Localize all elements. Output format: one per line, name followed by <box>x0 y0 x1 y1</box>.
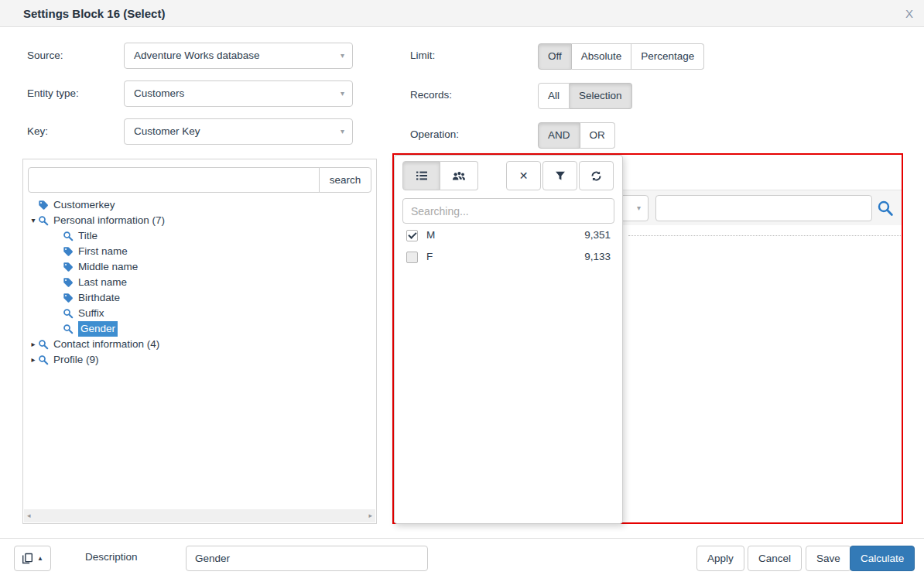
key-dropdown-value: Customer Key <box>134 125 200 137</box>
expander-right-icon[interactable]: ▸ <box>29 337 38 352</box>
field-tree: Customerkey ▾ Personal information (7) T… <box>23 197 376 368</box>
tree-item-customerkey[interactable]: Customerkey <box>23 197 376 213</box>
key-label: Key: <box>27 125 48 137</box>
operation-label: Operation: <box>410 128 459 140</box>
limit-option-percentage[interactable]: Percentage <box>631 43 704 70</box>
tree-item-last-name[interactable]: Last name <box>23 275 376 290</box>
checkbox-unchecked[interactable] <box>406 252 418 263</box>
copy-menu-button[interactable]: ▲ <box>14 546 51 571</box>
operation-option-and[interactable]: AND <box>538 122 580 149</box>
source-dropdown[interactable]: Adventure Works database ▾ <box>124 43 353 69</box>
calculate-button[interactable]: Calculate <box>850 546 915 571</box>
value-label: M <box>426 229 435 241</box>
records-toggle-group: All Selection <box>538 83 632 109</box>
tree-item-label: Personal information (7) <box>53 213 165 228</box>
magnifier-icon <box>63 231 74 241</box>
clear-selection-button[interactable]: ✕ <box>506 161 541 190</box>
limit-toggle-group: Off Absolute Percentage <box>538 43 704 70</box>
chevron-down-icon: ▾ <box>341 43 344 68</box>
value-filter-input[interactable] <box>655 195 872 221</box>
tree-item-label: Contact information (4) <box>53 337 159 352</box>
tree-item-personal-information[interactable]: ▾ Personal information (7) <box>23 213 376 228</box>
value-row-f[interactable]: F 9,133 <box>395 248 622 267</box>
source-label: Source: <box>27 50 63 61</box>
records-option-selection[interactable]: Selection <box>570 83 632 109</box>
key-dropdown[interactable]: Customer Key ▾ <box>124 118 353 145</box>
clear-x-icon: ✕ <box>519 169 529 182</box>
tag-icon <box>38 200 49 211</box>
refresh-icon <box>590 170 602 182</box>
tag-icon <box>63 262 74 272</box>
value-list-popup: ✕ M 9,351 F 9,133 <box>394 155 623 524</box>
tree-item-label: Suffix <box>78 306 104 321</box>
value-row-m[interactable]: M 9,351 <box>395 227 622 245</box>
scroll-left-icon[interactable]: ◂ <box>27 509 31 522</box>
refresh-button[interactable] <box>579 161 614 190</box>
tree-item-suffix[interactable]: Suffix <box>23 306 376 321</box>
dotted-divider <box>628 235 901 236</box>
source-dropdown-value: Adventure Works database <box>134 50 260 61</box>
limit-option-absolute[interactable]: Absolute <box>572 43 632 70</box>
checkbox-checked[interactable] <box>406 230 418 241</box>
tree-item-middle-name[interactable]: Middle name <box>23 259 376 275</box>
tag-icon <box>63 277 74 288</box>
value-search-input[interactable] <box>402 198 614 224</box>
limit-label: Limit: <box>410 50 435 61</box>
dialog-title: Settings Block 16 (Select) <box>23 0 165 27</box>
save-button[interactable]: Save <box>806 546 851 571</box>
scroll-right-icon[interactable]: ▸ <box>368 509 372 522</box>
magnifier-icon <box>38 354 49 365</box>
tree-item-label: Birthdate <box>78 290 120 306</box>
tree-item-label: Middle name <box>78 259 138 275</box>
operation-option-or[interactable]: OR <box>580 122 615 149</box>
tree-item-profile[interactable]: ▸ Profile (9) <box>23 352 376 368</box>
users-icon <box>452 170 466 182</box>
value-count: 9,133 <box>584 251 611 262</box>
tree-item-gender[interactable]: Gender <box>23 321 376 337</box>
expander-down-icon[interactable]: ▾ <box>29 213 38 228</box>
close-icon[interactable]: X <box>905 0 913 27</box>
list-view-button[interactable] <box>402 161 440 190</box>
tree-item-birthdate[interactable]: Birthdate <box>23 290 376 306</box>
field-tree-panel: search Customerkey ▾ Personal informatio… <box>22 159 377 524</box>
value-count: 9,351 <box>584 229 611 241</box>
records-label: Records: <box>410 89 452 101</box>
search-icon[interactable] <box>877 200 894 217</box>
entity-type-label: Entity type: <box>27 87 79 99</box>
expander-right-icon[interactable]: ▸ <box>29 352 38 368</box>
tree-item-title[interactable]: Title <box>23 228 376 244</box>
chevron-down-icon: ▾ <box>341 119 344 144</box>
magnifier-icon <box>38 215 49 226</box>
dialog-footer: ▲ Description Apply Cancel Save Calculat… <box>0 538 924 582</box>
tree-search-input[interactable] <box>28 167 320 193</box>
view-mode-toggle-group <box>402 161 478 190</box>
dialog-header: Settings Block 16 (Select) X <box>0 0 924 27</box>
tree-search-button[interactable]: search <box>319 167 371 193</box>
operation-toggle-group: AND OR <box>538 122 615 149</box>
entity-type-dropdown[interactable]: Customers ▾ <box>124 80 353 107</box>
copy-icon <box>22 553 33 564</box>
tree-item-label: First name <box>78 244 128 259</box>
value-label: F <box>426 251 433 262</box>
magnifier-icon <box>38 339 49 350</box>
limit-option-off[interactable]: Off <box>538 43 572 70</box>
apply-button[interactable]: Apply <box>696 546 744 571</box>
description-input[interactable] <box>186 546 428 571</box>
tree-item-label-selected: Gender <box>78 321 118 337</box>
cancel-button[interactable]: Cancel <box>748 546 802 571</box>
horizontal-scrollbar[interactable]: ◂ ▸ <box>24 509 375 522</box>
description-label: Description <box>85 551 138 563</box>
tree-item-label: Customerkey <box>53 197 115 213</box>
entity-type-dropdown-value: Customers <box>134 87 184 99</box>
filter-button[interactable] <box>542 161 577 190</box>
tree-item-label: Profile (9) <box>53 352 99 368</box>
tree-item-first-name[interactable]: First name <box>23 244 376 259</box>
chevron-down-icon: ▾ <box>341 81 344 106</box>
tree-item-label: Last name <box>78 275 127 290</box>
group-view-button[interactable] <box>440 161 478 190</box>
tag-icon <box>63 246 74 257</box>
tag-icon <box>63 293 74 303</box>
magnifier-icon <box>63 324 74 334</box>
tree-item-contact-information[interactable]: ▸ Contact information (4) <box>23 337 376 352</box>
records-option-all[interactable]: All <box>538 83 570 109</box>
